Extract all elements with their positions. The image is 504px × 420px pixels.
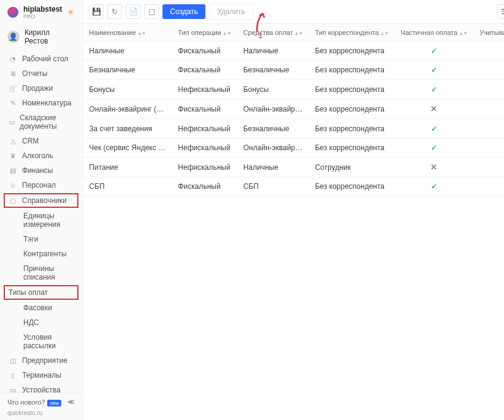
column-header[interactable]: Тип корреспондента▲▼: [309, 24, 395, 42]
table-header-row: Наименование▲▼Тип операции▲▼Средства опл…: [83, 24, 504, 42]
nav-icon: ✎: [9, 99, 17, 107]
refresh-icon-button[interactable]: ↻: [107, 4, 122, 19]
new-badge: new: [47, 400, 61, 407]
sidebar-item-3[interactable]: ✎Номенклатура: [0, 96, 82, 110]
avatar: 👤: [7, 31, 20, 43]
nav: ◔Рабочий стол≣Отчеты🛒Продажи✎Номенклатур…: [0, 52, 82, 392]
nav-icon: ▯: [9, 371, 17, 380]
sidebar-item-0[interactable]: ◔Рабочий стол: [0, 52, 82, 66]
sidebar-item-10[interactable]: Единицы измерения: [0, 208, 82, 232]
sidebar-item-20[interactable]: ▭Устройства: [0, 383, 82, 392]
sidebar-item-9[interactable]: ▢Справочники: [4, 193, 78, 208]
nav-label: Типы оплат: [9, 288, 48, 297]
cell: Нефискальный: [172, 80, 237, 99]
cell: Без корреспондента: [309, 99, 395, 119]
sidebar-item-15[interactable]: Фасовки: [0, 300, 82, 315]
cell: Бонусы: [237, 80, 309, 99]
nav-icon: △: [9, 137, 17, 145]
sidebar-item-11[interactable]: Тэги: [0, 232, 82, 246]
table-row[interactable]: НаличныеФискальныйНаличныеБез корреспонд…: [83, 42, 504, 61]
sort-icon: ▲▼: [380, 31, 389, 36]
cell: Без корреспондента: [309, 42, 395, 61]
column-header[interactable]: Тип операции▲▼: [172, 24, 237, 42]
sidebar-item-5[interactable]: △CRM: [0, 134, 82, 148]
nav-label: Персонал: [22, 181, 56, 189]
column-header[interactable]: Учитывать в выручке▲▼: [473, 24, 504, 42]
nav-label: Тэги: [23, 235, 39, 243]
column-header[interactable]: Средства оплат▲▼: [237, 24, 309, 42]
cell: Сотрудник: [309, 158, 395, 177]
cell: Безналичные: [237, 119, 309, 139]
nav-label: Терминалы: [22, 371, 61, 380]
user-row[interactable]: 👤 Кирилл Рестов: [0, 25, 82, 52]
delete-button[interactable]: Удалить: [209, 4, 253, 20]
cell: Фискальный: [172, 61, 237, 80]
toolbar: 💾 ↻ 📄 ▢ Создать Удалить ? Онлайн-чат: [83, 0, 504, 24]
sidebar-item-14[interactable]: Типы оплат: [4, 285, 78, 300]
brand-subtitle: PRO: [23, 13, 62, 20]
sidebar-item-17[interactable]: Условия рассылки: [0, 330, 82, 353]
screen-icon-button[interactable]: ▢: [144, 4, 159, 19]
sidebar-item-19[interactable]: ▯Терминалы: [0, 368, 82, 383]
nav-icon: ≣: [9, 69, 17, 78]
cell: СБП: [83, 177, 172, 196]
nav-label: Рабочий стол: [22, 55, 68, 63]
sort-icon: ▲▼: [294, 31, 303, 36]
copy-icon-button[interactable]: 📄: [126, 4, 140, 19]
cell: Наличные: [237, 42, 309, 61]
sidebar-item-12[interactable]: Контрагенты: [0, 246, 82, 261]
nav-label: Устройства: [22, 386, 61, 392]
nav-label: Контрагенты: [23, 250, 67, 258]
theme-toggle-icon[interactable]: ☀: [67, 7, 75, 17]
save-icon-button[interactable]: 💾: [89, 4, 104, 19]
brand-row: hiplabstest PRO ☀: [0, 0, 82, 25]
sidebar-item-6[interactable]: ♛Алкоголь: [0, 148, 82, 163]
cell: Нефискальный: [172, 119, 237, 139]
table-row[interactable]: СБПФискальныйСБПБез корреспондента✓✓: [83, 177, 504, 196]
settings-sliders-icon[interactable]: [497, 4, 504, 19]
table-row[interactable]: Онлайн-эквайринг (предзаказы)ФискальныйО…: [83, 99, 504, 119]
sidebar-item-8[interactable]: ☺Персонал: [0, 178, 82, 193]
table-row[interactable]: ПитаниеНефискальныйНаличныеСотрудник✕✕: [83, 158, 504, 177]
annotation-number: 1: [258, 31, 262, 40]
cell: Без корреспондента: [309, 119, 395, 139]
sidebar-item-16[interactable]: НДС: [0, 315, 82, 330]
nav-label: Причины списания: [23, 264, 74, 281]
nav-label: Алкоголь: [22, 151, 53, 160]
sidebar-item-4[interactable]: ▭Складские документы: [0, 110, 82, 134]
table-body: НаличныеФискальныйНаличныеБез корреспонд…: [83, 42, 504, 196]
cross-icon: ✕: [430, 104, 437, 113]
nav-icon: ▤: [9, 166, 17, 175]
create-button[interactable]: Создать: [162, 4, 205, 19]
nav-label: Справочники: [22, 196, 67, 205]
sidebar-item-2[interactable]: 🛒Продажи: [0, 81, 82, 96]
table-row[interactable]: БонусыНефискальныйБонусыБез корреспонден…: [83, 80, 504, 99]
collapse-sidebar-button[interactable]: ≪: [67, 398, 75, 406]
sidebar-item-13[interactable]: Причины списания: [0, 261, 82, 284]
check-icon: ✓: [431, 124, 437, 133]
table-row[interactable]: БезналичныеФискальныйБезналичныеБез корр…: [83, 61, 504, 80]
check-icon: ✓: [431, 47, 437, 55]
table-row[interactable]: Чек (сервис Яндекс Еды)НефискальныйОнлай…: [83, 139, 504, 158]
table-row[interactable]: За счет заведенияНефискальныйБезналичные…: [83, 119, 504, 139]
whats-new-link[interactable]: Что нового?new: [7, 399, 61, 406]
sidebar-footer: Что нового?new ≪ quickresto.ru: [0, 392, 82, 420]
cell: Нефискальный: [172, 158, 237, 177]
sidebar-item-1[interactable]: ≣Отчеты: [0, 66, 82, 81]
cell: Безналичные: [83, 61, 172, 80]
cell: Без корреспондента: [309, 80, 395, 99]
column-header[interactable]: Частичная оплата▲▼: [395, 24, 473, 42]
cell: Без корреспондента: [309, 139, 395, 158]
sidebar-item-7[interactable]: ▤Финансы: [0, 163, 82, 178]
cell: Фискальный: [172, 99, 237, 119]
cell: Онлайн-эквайринг (предзаказы): [83, 99, 172, 119]
column-header[interactable]: Наименование▲▼: [83, 24, 172, 42]
table-wrap: Наименование▲▼Тип операции▲▼Средства опл…: [83, 24, 504, 420]
payment-types-table: Наименование▲▼Тип операции▲▼Средства опл…: [83, 24, 504, 196]
cell: СБП: [237, 177, 309, 196]
sidebar-item-18[interactable]: ◫Предприятие: [0, 353, 82, 368]
cell: Нефискальный: [172, 139, 237, 158]
sort-icon: ▲▼: [459, 31, 467, 36]
nav-icon: ▢: [9, 196, 17, 205]
svg-point-0: [502, 9, 504, 10]
